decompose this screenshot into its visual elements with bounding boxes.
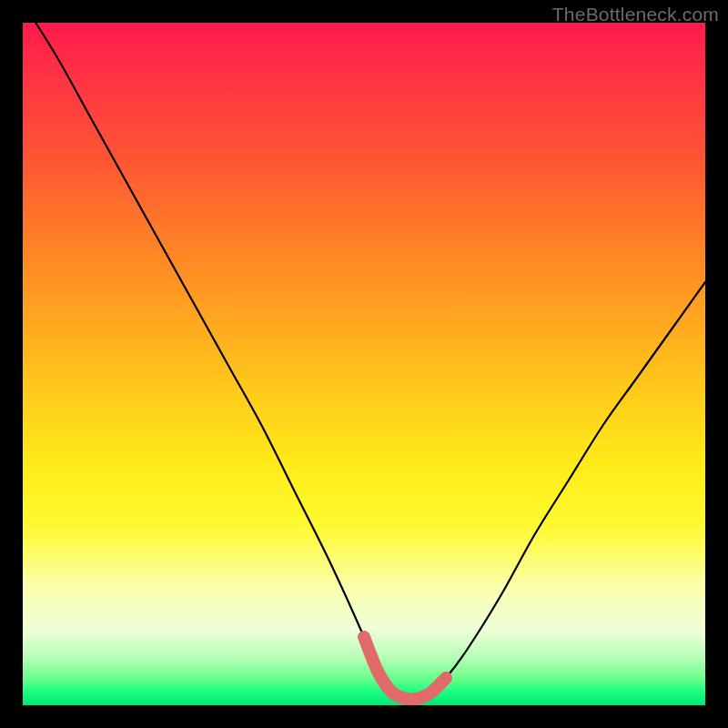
trough-highlight-line: [364, 637, 446, 699]
chart-frame: TheBottleneck.com: [0, 0, 728, 728]
chart-plot-area: [23, 23, 705, 705]
chart-svg: [23, 23, 705, 705]
bottleneck-curve-line: [23, 23, 705, 699]
